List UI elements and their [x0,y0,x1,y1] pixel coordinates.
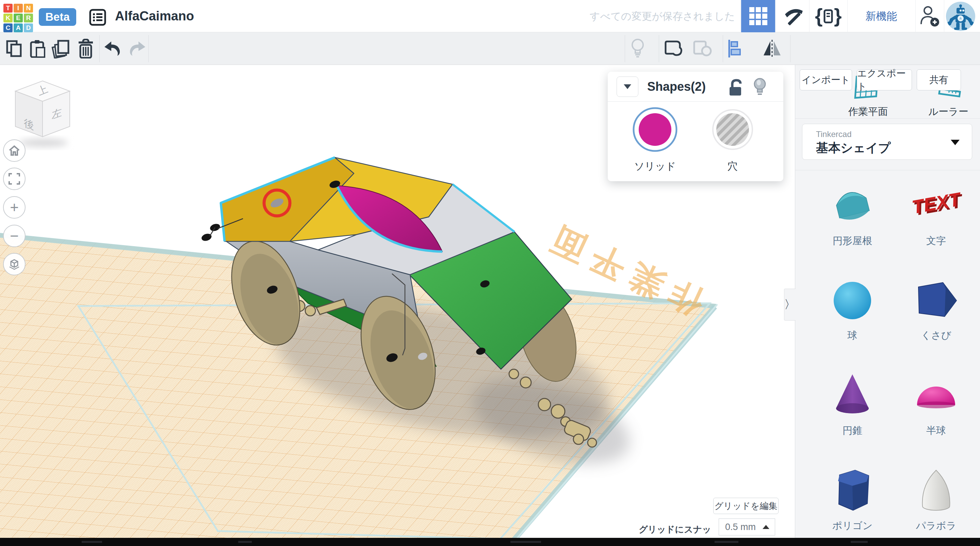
logo-tile: I [14,4,23,13]
svg-text:{: { [815,5,823,27]
logo-tile: N [24,4,33,13]
unlock-icon[interactable] [727,79,745,98]
shapes-panel-title: Shapes(2) [647,72,706,102]
design-title[interactable]: AlfaCaimano [115,0,194,32]
solid-swatch[interactable]: ソリッド [623,107,687,173]
shape-library-select[interactable]: Tinkercad 基本シェイプ [802,124,972,160]
minecraft-pickaxe-icon[interactable] [779,0,808,32]
beta-badge[interactable]: Beta [39,8,76,26]
tinkercad-logo[interactable]: T I N K E R C A D [3,4,34,32]
logo-tile: T [3,4,13,13]
share-button[interactable]: 共有 [917,69,961,90]
app-header: T I N K E R C A D Beta AlfaCaimano すべての変… [0,0,980,32]
shape-label: 半球 [899,424,974,438]
shape-label: 球 [815,329,890,342]
shapes-panel-header: Shapes(2) [608,72,783,102]
zoom-out-button[interactable]: − [3,225,25,247]
snap-value-select[interactable]: 0.5 mm [719,519,775,535]
perspective-toggle-button[interactable] [3,253,25,275]
divider [659,35,659,62]
codeblocks-icon[interactable]: { } [813,0,844,32]
shape-item-sphere[interactable]: 球 [815,275,890,342]
chevron-down-icon [624,84,631,89]
view-cube[interactable]: 上 後 左 [15,81,70,147]
group-icon[interactable] [663,32,685,65]
logo-tile: C [3,24,13,32]
ruler-label: ルーラー [911,105,980,119]
home-view-button[interactable] [3,140,25,162]
snap-value: 0.5 mm [725,522,756,532]
divider [723,35,723,62]
view-cube-shadow [19,139,68,147]
undo-icon[interactable] [102,32,122,65]
copy-icon[interactable] [5,32,24,65]
zoom-in-button[interactable]: + [3,196,25,219]
divider [809,0,810,32]
delete-icon[interactable] [76,32,95,65]
shape-item-round-roof[interactable]: 円形屋根 [815,181,890,248]
logo-tile: K [3,14,13,22]
redo-icon[interactable] [128,32,148,65]
duplicate-icon[interactable] [50,32,72,65]
logo-tile: R [24,14,33,22]
3d-viewport[interactable]: 作業平面 [0,65,795,538]
sidebar-collapse-tab[interactable]: 〉 [784,289,795,321]
divider [148,35,149,62]
mirror-icon[interactable] [761,32,783,65]
svg-text:}: } [834,5,842,27]
divider [847,0,848,32]
chevron-down-icon [951,140,959,145]
shape-item-text[interactable]: TEXTTEXT 文字 [899,181,974,248]
selection-shapes-panel: Shapes(2) ソリッド 穴 [608,72,783,181]
design-list-icon[interactable] [89,9,106,27]
svg-text:TEXT: TEXT [910,188,963,218]
autosave-status: すべての変更が保存されました [575,0,735,32]
collapse-panel-button[interactable] [617,76,638,97]
divider [625,35,625,62]
divider [99,35,100,62]
export-button[interactable]: エクスポート [857,69,912,90]
shape-item-cone[interactable]: 円錐 [815,370,890,438]
divider [915,0,916,32]
lightbulb-icon[interactable] [628,32,647,65]
logo-tile: D [24,24,33,32]
align-icon[interactable] [725,32,745,65]
workplane-label: 作業平面 [830,105,905,119]
library-brand: Tinkercad [816,130,851,139]
shape-label: 円形屋根 [815,234,890,248]
divider [790,35,791,62]
shape-item-hemisphere[interactable]: 半球 [899,370,974,438]
add-person-icon[interactable] [918,0,943,32]
divider [944,0,944,32]
main-toolbar: インポート エクスポート 共有 [0,32,980,65]
edit-grid-button[interactable]: グリッドを編集 [713,498,778,514]
fit-view-button[interactable] [3,168,25,190]
logo-tile: A [14,24,23,32]
divider [795,170,980,170]
paste-icon[interactable] [28,32,47,65]
dashboard-grid-icon[interactable] [741,0,775,32]
avatar[interactable] [946,2,975,31]
shape-label: パラボラ [899,519,974,533]
shape-item-paraboloid[interactable]: パラボラ [899,465,974,533]
shape-label: くさび [899,329,974,342]
shape-library-sidebar: 作業平面 ルーラー Tinkercad 基本シェイプ 円形屋根 TEXTTEXT… [795,65,980,538]
shape-label: 円錐 [815,424,890,438]
library-name: 基本シェイプ [816,140,891,156]
shape-item-polygon[interactable]: ポリゴン [815,465,890,533]
shape-label: 文字 [899,234,974,248]
snap-to-grid-label: グリッドにスナップ [633,521,711,538]
divider [795,118,980,119]
solid-label: ソリッド [623,159,687,173]
import-button[interactable]: インポート [800,69,852,90]
browser-status-bar [0,538,980,546]
new-features-link[interactable]: 新機能 [853,0,910,32]
hole-label: 穴 [700,159,765,173]
ungroup-icon[interactable] [692,32,713,65]
divider [740,0,741,32]
shape-item-wedge[interactable]: くさび [899,275,974,342]
hole-swatch[interactable]: 穴 [700,107,765,173]
logo-tile: E [14,14,23,22]
show-hide-lightbulb-icon[interactable] [752,77,768,99]
divider [775,0,776,32]
